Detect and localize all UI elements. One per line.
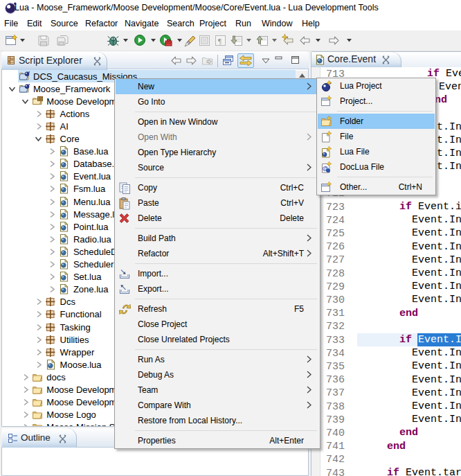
svg-text:¶: ¶ [218,37,222,45]
